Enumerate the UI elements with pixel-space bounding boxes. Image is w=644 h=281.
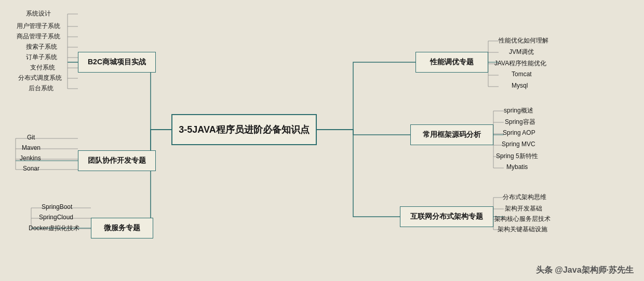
leaf-fw-2: Spring容器 — [505, 118, 535, 127]
leaf-micro-1: SpringBoot — [42, 203, 72, 210]
b2c-box: B2C商城项目实战 — [78, 52, 156, 73]
team-label: 团队协作开发专题 — [88, 156, 146, 165]
distributed-box: 互联网分布式架构专题 — [400, 206, 493, 227]
leaf-dist-4: 架构关键基础设施 — [498, 225, 547, 234]
leaf-dist-3: 架构核心服务层技术 — [494, 215, 551, 223]
b2c-label: B2C商城项目实战 — [88, 58, 146, 67]
leaf-fw-4: Spring MVC — [502, 140, 535, 148]
watermark: 头条 @Java架构师·苏先生 — [536, 265, 634, 276]
framework-box: 常用框架源码分析 — [410, 124, 493, 145]
micro-box: 微服务专题 — [91, 218, 153, 238]
leaf-perf-3: JAVA程序性能优化 — [494, 59, 546, 68]
leaf-perf-5: Mysql — [512, 82, 528, 89]
leaf-b2c-8: 后台系统 — [29, 84, 53, 93]
framework-label: 常用框架源码分析 — [423, 130, 481, 139]
leaf-dist-2: 架构开发基础 — [505, 204, 542, 213]
perf-box: 性能调优专题 — [415, 52, 488, 73]
leaf-dist-1: 分布式架构思维 — [503, 193, 546, 202]
leaf-fw-1: spring概述 — [504, 106, 533, 115]
leaf-b2c-1: 系统设计 — [26, 9, 51, 18]
leaf-team-2: Maven — [22, 144, 41, 151]
leaf-b2c-4: 搜索子系统 — [26, 43, 57, 51]
mind-map: 3-5JAVA程序员进阶必备知识点 B2C商城项目实战 系统设计 用户管理子系统… — [0, 0, 644, 281]
leaf-team-1: Git — [27, 134, 35, 141]
leaf-fw-5: Spring 5新特性 — [496, 152, 538, 161]
leaf-b2c-7: 分布式调度系统 — [18, 74, 62, 82]
distributed-label: 互联网分布式架构专题 — [410, 212, 483, 221]
leaf-team-4: Sonar — [23, 165, 39, 172]
leaf-b2c-5: 订单子系统 — [26, 53, 57, 62]
perf-label: 性能调优专题 — [430, 58, 474, 67]
center-label: 3-5JAVA程序员进阶必备知识点 — [179, 123, 309, 136]
team-box: 团队协作开发专题 — [78, 150, 156, 171]
micro-label: 微服务专题 — [104, 223, 140, 233]
leaf-b2c-3: 商品管理子系统 — [17, 32, 60, 41]
leaf-micro-3: Docker虚拟化技术 — [29, 224, 79, 233]
leaf-b2c-2: 用户管理子系统 — [17, 22, 60, 31]
leaf-b2c-6: 支付系统 — [30, 63, 55, 72]
leaf-perf-1: 性能优化如何理解 — [499, 36, 548, 45]
center-node: 3-5JAVA程序员进阶必备知识点 — [171, 114, 317, 145]
leaf-perf-4: Tomcat — [512, 71, 532, 78]
leaf-fw-3: Spring AOP — [503, 129, 535, 136]
leaf-fw-6: Mybatis — [506, 163, 528, 171]
leaf-team-3: Jenkins — [20, 154, 41, 162]
leaf-perf-2: JVM调优 — [509, 48, 534, 57]
leaf-micro-2: SpringCloud — [39, 214, 73, 221]
